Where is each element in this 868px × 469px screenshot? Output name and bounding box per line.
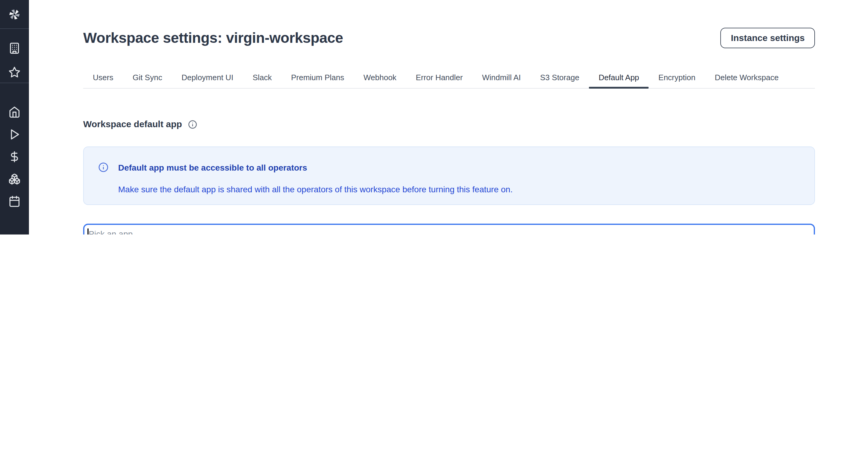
- tab-webhook[interactable]: Webhook: [354, 67, 406, 88]
- tab-deployment-ui[interactable]: Deployment UI: [172, 67, 243, 88]
- tab-s3-storage[interactable]: S3 Storage: [530, 67, 589, 88]
- windmill-logo-icon: [8, 7, 21, 21]
- tab-encryption[interactable]: Encryption: [649, 67, 705, 88]
- main-content: Workspace settings: virgin-workspace Ins…: [29, 0, 868, 234]
- info-alert: Default app must be accessible to all op…: [83, 147, 815, 205]
- tab-git-sync[interactable]: Git Sync: [123, 67, 172, 88]
- resources-boxes-icon[interactable]: [8, 173, 21, 185]
- favorites-star-icon[interactable]: [8, 66, 21, 79]
- tab-windmill-ai[interactable]: Windmill AI: [472, 67, 530, 88]
- text-caret: [87, 228, 88, 234]
- header-row: Workspace settings: virgin-workspace Ins…: [83, 28, 815, 48]
- settings-tabs: Users Git Sync Deployment UI Slack Premi…: [83, 67, 815, 89]
- tab-delete-workspace[interactable]: Delete Workspace: [705, 67, 788, 88]
- section-heading-row: Workspace default app: [83, 119, 815, 130]
- sidebar-divider: [0, 83, 29, 83]
- alert-body: Make sure the default app is shared with…: [118, 183, 800, 195]
- info-icon[interactable]: [188, 120, 197, 129]
- alert-info-icon: [98, 162, 108, 173]
- home-icon[interactable]: [8, 106, 21, 118]
- tab-users[interactable]: Users: [83, 67, 123, 88]
- page-title: Workspace settings: virgin-workspace: [83, 29, 343, 47]
- app-picker-wrap: [83, 224, 815, 234]
- tab-premium-plans[interactable]: Premium Plans: [281, 67, 354, 88]
- section-heading: Workspace default app: [83, 119, 182, 130]
- app-picker-input[interactable]: [83, 224, 815, 234]
- sidebar: [0, 0, 29, 234]
- tab-error-handler[interactable]: Error Handler: [406, 67, 472, 88]
- tab-slack[interactable]: Slack: [243, 67, 281, 88]
- windmill-app: Workspace settings: virgin-workspace Ins…: [0, 0, 868, 234]
- windmill-logo[interactable]: [0, 0, 29, 29]
- tab-default-app[interactable]: Default App: [589, 67, 649, 88]
- schedules-calendar-icon[interactable]: [8, 195, 21, 207]
- runs-play-icon[interactable]: [8, 128, 21, 140]
- workspace-building-icon[interactable]: [8, 42, 21, 54]
- alert-title: Default app must be accessible to all op…: [118, 162, 800, 174]
- instance-settings-button[interactable]: Instance settings: [721, 28, 815, 48]
- variables-dollar-icon[interactable]: [8, 151, 21, 163]
